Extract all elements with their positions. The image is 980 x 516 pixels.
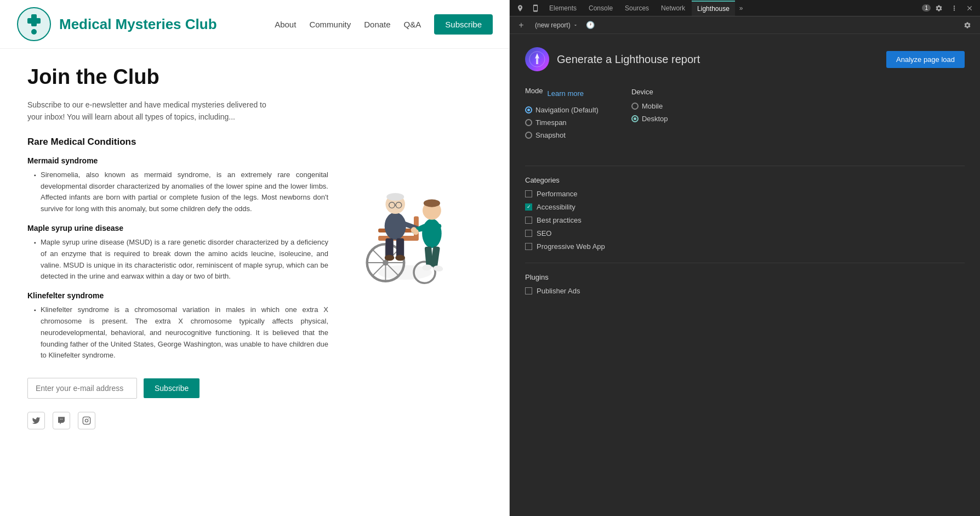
mode-navigation-label: Navigation (Default) (535, 106, 599, 114)
site-content: Join the Club Subscribe to our e-newslet… (0, 49, 509, 446)
mode-snapshot[interactable]: Snapshot (525, 131, 599, 139)
tab-elements[interactable]: Elements (544, 1, 582, 16)
email-input[interactable] (27, 378, 137, 399)
header-subscribe-button[interactable]: Subscribe (434, 14, 493, 35)
nav-donate[interactable]: Donate (364, 20, 390, 29)
category-row[interactable]: SEO (525, 229, 965, 237)
section-title: Rare Medical Conditions (27, 137, 328, 148)
devtools-menu-icon[interactable] (947, 1, 961, 15)
wheelchair-illustration (339, 153, 471, 285)
history-icon[interactable]: 🕐 (586, 21, 595, 29)
report-dropdown[interactable]: (new report) (532, 20, 582, 31)
notification-badge[interactable]: 1 (922, 4, 931, 12)
plugin-row[interactable]: Publisher Ads (525, 287, 965, 295)
settings-icon[interactable] (932, 1, 946, 15)
nav-community[interactable]: Community (309, 20, 351, 29)
list-item: Klinefelter syndrome is a chromosomal va… (34, 304, 328, 361)
svg-point-5 (85, 419, 88, 422)
tab-network[interactable]: Network (656, 1, 691, 16)
category-checkbox[interactable] (525, 230, 532, 237)
page-title: Join the Club (27, 65, 482, 89)
tab-console[interactable]: Console (583, 1, 618, 16)
svg-point-26 (385, 255, 395, 261)
mode-timespan-radio[interactable] (525, 119, 532, 126)
more-tabs[interactable]: » (736, 4, 747, 12)
list-item: Maple syrup urine disease (MSUD) is a ra… (34, 237, 328, 282)
category-checkbox[interactable] (525, 243, 532, 250)
plugins-label: Plugins (525, 273, 965, 281)
condition-name: Mermaid syndrome (27, 156, 328, 165)
lh-title: Generate a Lighthouse report (557, 53, 886, 66)
category-row[interactable]: Accessibility (525, 203, 965, 211)
svg-rect-4 (83, 417, 90, 424)
mode-snapshot-radio[interactable] (525, 132, 532, 139)
svg-point-31 (424, 199, 440, 207)
category-row[interactable]: Performance (525, 190, 965, 198)
svg-point-20 (386, 193, 404, 201)
social-icons (27, 412, 328, 429)
plugin-checkbox[interactable] (525, 287, 532, 294)
logo-icon (16, 7, 52, 42)
tab-lighthouse[interactable]: Lighthouse (692, 1, 735, 16)
condition-name: Klinefelter syndrome (27, 291, 328, 300)
twitter-icon[interactable] (27, 412, 45, 429)
category-checkbox[interactable] (525, 217, 532, 224)
category-checkbox[interactable] (525, 203, 532, 211)
site-nav: About Community Donate Q&A Subscribe (275, 14, 493, 35)
mode-device-row: Mode Learn more Navigation (Default) Tim… (525, 87, 965, 156)
list-item: Sirenomelia, also known as mermaid syndr… (34, 169, 328, 215)
svg-rect-33 (430, 246, 440, 268)
analyze-page-load-button[interactable]: Analyze page load (886, 51, 965, 68)
devtools-device-icon[interactable] (528, 1, 543, 15)
twitch-icon[interactable] (53, 412, 70, 429)
lighthouse-logo (525, 47, 549, 71)
category-label: Progressive Web App (537, 242, 605, 251)
svg-rect-42 (536, 58, 538, 64)
condition-list: Klinefelter syndrome is a chromosomal va… (27, 304, 328, 361)
category-label: Accessibility (537, 203, 576, 211)
site-header: Medical Mysteries Club About Community D… (0, 0, 509, 49)
device-section: Device Mobile Desktop (631, 87, 668, 127)
add-report-icon[interactable]: + (515, 19, 527, 31)
plugins-container: Publisher Ads (525, 287, 965, 295)
device-mobile-label: Mobile (642, 102, 663, 110)
lighthouse-logo-icon (529, 51, 545, 67)
mode-section: Mode Learn more Navigation (Default) Tim… (525, 87, 599, 144)
device-mobile-radio[interactable] (631, 103, 639, 110)
category-row[interactable]: Progressive Web App (525, 242, 965, 251)
device-desktop-radio[interactable] (631, 115, 639, 122)
nav-qa[interactable]: Q&A (404, 20, 421, 29)
devtools-settings-icon[interactable] (960, 18, 975, 32)
mode-navigation-radio[interactable] (525, 106, 532, 114)
svg-rect-2 (27, 18, 41, 24)
content-flex: Rare Medical Conditions Mermaid syndrome… (27, 137, 482, 429)
svg-point-39 (411, 227, 417, 233)
device-mobile[interactable]: Mobile (631, 102, 668, 110)
instagram-icon[interactable] (78, 412, 95, 429)
categories-section: Categories PerformanceAccessibilityBest … (525, 176, 965, 251)
lh-header: Generate a Lighthouse report Analyze pag… (525, 47, 965, 71)
condition-name: Maple syrup urine disease (27, 224, 328, 233)
nav-about[interactable]: About (275, 20, 296, 29)
subscribe-button[interactable]: Subscribe (144, 378, 200, 398)
divider-1 (525, 166, 965, 166)
learn-more-link[interactable]: Learn more (548, 89, 584, 98)
device-desktop[interactable]: Desktop (631, 115, 668, 123)
tab-sources[interactable]: Sources (619, 1, 654, 16)
devtools-toolbar: + (new report) 🕐 (510, 16, 980, 34)
category-checkbox[interactable] (525, 190, 532, 197)
plugin-label: Publisher Ads (537, 287, 580, 295)
devtools-topbar: Elements Console Sources Network Lightho… (510, 0, 980, 16)
image-column (339, 137, 482, 287)
svg-point-6 (88, 418, 89, 419)
categories-label: Categories (525, 176, 965, 184)
devtools-close-icon[interactable] (962, 1, 977, 15)
svg-point-18 (385, 212, 406, 240)
mode-timespan[interactable]: Timespan (525, 118, 599, 127)
mode-navigation[interactable]: Navigation (Default) (525, 106, 599, 114)
svg-point-27 (395, 255, 405, 261)
category-row[interactable]: Best practices (525, 216, 965, 224)
website-area: Medical Mysteries Club About Community D… (0, 0, 510, 516)
devtools-inspect-icon[interactable] (513, 1, 527, 15)
lighthouse-content: Generate a Lighthouse report Analyze pag… (510, 34, 980, 516)
